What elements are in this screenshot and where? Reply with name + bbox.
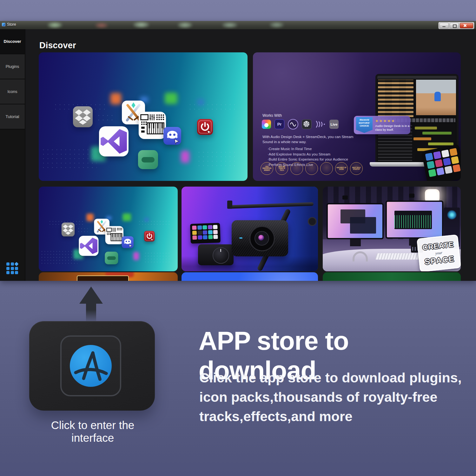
deck-key	[443, 158, 451, 166]
award-badge-ces: CES INNOVATION WINNER	[261, 162, 273, 175]
camera-lens	[249, 226, 275, 251]
tile-row3-green[interactable]	[323, 272, 461, 281]
add-desc-line1: With Audio Design Desk + StreamDeck, you…	[262, 134, 354, 139]
app-grid-icon[interactable]	[6, 262, 19, 275]
game-card	[77, 275, 129, 281]
grid-square	[6, 271, 10, 274]
app-store-a-icon	[70, 345, 112, 387]
app-store-circle	[70, 345, 112, 387]
window-titlebar[interactable]: Store	[0, 21, 476, 30]
sound-waves-icon	[315, 120, 326, 129]
dot-pattern	[188, 102, 235, 113]
sidebar: Discover Plugins Icons Tutorial	[0, 29, 25, 281]
create-your-space-badge: CREATE your SPACE	[417, 234, 461, 271]
green-app-icon	[105, 252, 118, 264]
annotation-body: Click the app store to download plugins,…	[199, 368, 447, 426]
deck-key	[435, 159, 443, 168]
midi-controller-icon	[139, 112, 166, 139]
deck-key	[213, 230, 218, 234]
badge-line-space: SPACE	[424, 254, 455, 267]
tile-create-your-space[interactable]: CREATE your SPACE	[323, 187, 461, 271]
mount-arm-joint	[308, 217, 317, 226]
pointer-arrow-head	[79, 287, 103, 304]
bullet-item: ·Build Entire Sonic Experiences for your…	[268, 157, 348, 162]
dot-pattern	[77, 227, 88, 234]
grid-square	[11, 271, 14, 274]
tile-row3-game[interactable]	[39, 272, 178, 281]
page: Store Discover Plugins Icons Tutorial	[0, 0, 476, 476]
tile-hardware[interactable]	[182, 187, 318, 271]
tile-plugins-small[interactable]	[39, 187, 178, 271]
timeline-clip	[413, 137, 431, 140]
sidebar-item-plugins[interactable]: Plugins	[0, 54, 25, 79]
blur-square-blue	[144, 218, 149, 222]
review-award-line1: EDITORS'	[356, 122, 373, 124]
tile-row3-blue[interactable]	[182, 272, 318, 281]
award-badge-cloud	[290, 162, 303, 175]
pointer-arrow-tail	[86, 303, 96, 323]
camera-lens-glass	[258, 235, 264, 241]
monitor-stand	[350, 239, 361, 246]
review-quote: Audio Design Desk is in a class by itsel…	[375, 124, 409, 132]
app-store-key-outline	[60, 335, 121, 396]
premiere-pro-icon: Pr	[274, 119, 284, 129]
dot-pattern	[40, 250, 77, 264]
app-store-button[interactable]	[29, 321, 155, 411]
dot-pattern	[41, 148, 97, 169]
live-label: Live	[330, 122, 337, 126]
dot-pattern	[138, 220, 170, 227]
review-award-line2: CHOICE	[356, 124, 373, 127]
camera-led	[239, 237, 242, 239]
deck-key	[192, 235, 197, 240]
maximize-button[interactable]	[450, 23, 459, 28]
monitor-right	[386, 201, 443, 239]
sound-waves-glyph	[315, 120, 326, 129]
blur-square-green	[122, 214, 131, 221]
works-with-icons: Pr Live	[262, 119, 339, 129]
deck-key	[453, 164, 461, 172]
deck-key	[203, 230, 207, 234]
fan-blades	[303, 121, 309, 127]
annotation-body-line: tracks,effects,and more	[199, 407, 447, 426]
bullet-item: ·Create Music In Real Time	[268, 146, 348, 152]
maximize-icon	[453, 24, 457, 28]
timeline-clip	[415, 127, 437, 129]
deck-key	[436, 167, 445, 175]
annotation-body-line: Click the app store to download plugins,	[199, 368, 447, 387]
blur-square-pink	[181, 151, 189, 163]
sidebar-item-icons[interactable]: Icons	[0, 79, 25, 104]
award-badge-next-big-thing: NEXT BIG THING IN TECH	[275, 162, 288, 175]
rgb-fan	[447, 210, 457, 220]
blur-square-pink	[133, 252, 139, 260]
dropbox-icon	[62, 222, 75, 236]
annotation-body-line: icon packs,thousands of royalty-free	[199, 387, 447, 407]
dot-pattern	[144, 252, 170, 264]
deck-key	[202, 225, 207, 229]
deck-key	[441, 149, 450, 158]
monitor-screen	[387, 202, 442, 237]
deck-key	[425, 153, 433, 161]
close-button[interactable]	[460, 23, 473, 28]
minimize-button[interactable]	[440, 23, 449, 28]
visual-studio-icon	[99, 126, 129, 156]
sidebar-item-discover[interactable]: Discover	[0, 29, 25, 54]
award-badge-startup: BEST TECH STARTUP	[350, 162, 363, 175]
final-cut-pro-icon	[262, 120, 271, 129]
macworld-review-badge: Macworld EDITORS' CHOICE ★★★★★ Audio Des…	[354, 116, 410, 134]
grid-square	[15, 271, 18, 274]
editors-choice-ribbon: Macworld EDITORS' CHOICE	[356, 117, 373, 133]
webcam	[409, 194, 414, 198]
deck-key	[208, 230, 212, 234]
sidebar-item-label: Tutorial	[6, 114, 19, 119]
grid-diamond	[14, 262, 18, 266]
tile-audio-design-desk[interactable]: Works With Pr	[253, 52, 461, 181]
review-brand: Macworld	[356, 119, 373, 121]
tile-featured-plugins[interactable]	[39, 52, 248, 181]
store-window: Store Discover Plugins Icons Tutorial	[0, 21, 476, 281]
titlebar-blur-blob	[178, 22, 192, 28]
sidebar-item-tutorial[interactable]: Tutorial	[0, 104, 25, 129]
power-button-icon	[144, 231, 155, 241]
deck-key	[203, 235, 207, 239]
daw-mixer-panel	[378, 80, 413, 117]
button-caption: Click to enter the interface	[29, 419, 156, 444]
